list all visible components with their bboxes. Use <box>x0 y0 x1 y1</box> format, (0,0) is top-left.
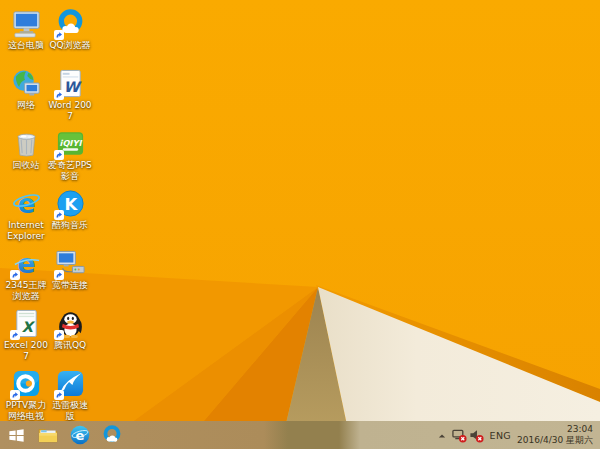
desktop-icon-kugou-music[interactable]: K 酷狗音乐 <box>48 188 92 248</box>
volume-status-icon[interactable] <box>468 421 485 449</box>
desktop-icon-this-pc[interactable]: 这台电脑 <box>4 8 48 68</box>
taskbar-qq-browser-button[interactable] <box>96 421 128 449</box>
desktop-icon-pptv[interactable]: PPTV聚力网络电视 <box>4 368 48 428</box>
clock-time: 23:04 <box>517 424 593 435</box>
file-explorer-icon <box>37 424 59 446</box>
recycle-bin-icon <box>11 128 42 159</box>
desktop-icons: 这台电脑 QQ浏览器 <box>4 8 92 428</box>
desktop-icon-qq-browser[interactable]: QQ浏览器 <box>48 8 92 68</box>
desktop-icon-internet-explorer[interactable]: e Internet Explorer <box>4 188 48 248</box>
desktop-icon-label: 爱奇艺PPS影音 <box>48 160 92 181</box>
network-icon <box>11 68 42 99</box>
desktop-icon-label: 2345王牌浏览器 <box>4 280 48 301</box>
desktop-icon-label: 宽带连接 <box>52 280 88 291</box>
svg-text:K: K <box>64 195 78 214</box>
tray-expand-button[interactable] <box>434 421 451 449</box>
svg-text:e: e <box>17 248 35 279</box>
desktop: 这台电脑 QQ浏览器 <box>0 0 600 449</box>
2345-browser-icon: e <box>11 248 42 279</box>
broadband-connection-icon <box>55 248 86 279</box>
tencent-qq-icon <box>55 308 86 339</box>
taskbar: e <box>0 421 600 449</box>
desktop-icon-label: 回收站 <box>13 160 40 171</box>
internet-explorer-icon: e <box>11 188 42 219</box>
desktop-icon-2345-browser[interactable]: e 2345王牌浏览器 <box>4 248 48 308</box>
taskbar-file-explorer-button[interactable] <box>32 421 64 449</box>
kugou-music-icon: K <box>55 188 86 219</box>
excel-2007-icon: X <box>11 308 42 339</box>
clock[interactable]: 23:04 2016/4/30 星期六 <box>517 424 596 446</box>
desktop-icon-label: Internet Explorer <box>4 220 48 241</box>
desktop-icon-label: 迅雷极速版 <box>48 400 92 421</box>
desktop-icon-label: 酷狗音乐 <box>52 220 88 231</box>
desktop-icon-label: QQ浏览器 <box>49 40 90 51</box>
desktop-icon-xunlei[interactable]: 迅雷极速版 <box>48 368 92 428</box>
desktop-icon-recycle-bin[interactable]: 回收站 <box>4 128 48 188</box>
language-indicator[interactable]: ENG <box>485 430 517 441</box>
word-2007-icon: W <box>55 68 86 99</box>
pptv-icon <box>11 368 42 399</box>
iqiyi-pps-icon: iQIYI <box>55 128 86 159</box>
desktop-icon-label: PPTV聚力网络电视 <box>4 400 48 421</box>
svg-text:iQIYI: iQIYI <box>59 138 82 148</box>
qq-browser-icon <box>101 424 123 446</box>
desktop-icon-label: Word 2007 <box>48 100 92 121</box>
xunlei-icon <box>55 368 86 399</box>
network-status-icon[interactable] <box>451 421 468 449</box>
system-tray: ENG 23:04 2016/4/30 星期六 <box>434 421 600 449</box>
qq-browser-icon <box>55 8 86 39</box>
windows-logo-icon <box>7 426 26 445</box>
internet-explorer-icon: e <box>69 424 91 446</box>
desktop-icon-broadband[interactable]: 宽带连接 <box>48 248 92 308</box>
clock-date: 2016/4/30 星期六 <box>517 435 593 446</box>
desktop-icon-network[interactable]: 网络 <box>4 68 48 128</box>
desktop-icon-tencent-qq[interactable]: 腾讯QQ <box>48 308 92 368</box>
desktop-icon-label: Excel 2007 <box>4 340 48 361</box>
desktop-icon-iqiyi-pps[interactable]: iQIYI 爱奇艺PPS影音 <box>48 128 92 188</box>
svg-text:e: e <box>76 428 85 443</box>
desktop-icon-label: 这台电脑 <box>8 40 44 51</box>
desktop-icon-excel-2007[interactable]: X Excel 2007 <box>4 308 48 368</box>
chevron-up-icon <box>437 426 447 445</box>
start-button[interactable] <box>0 421 32 449</box>
taskbar-internet-explorer-button[interactable]: e <box>64 421 96 449</box>
this-pc-icon <box>11 8 42 39</box>
desktop-icon-label: 网络 <box>17 100 35 111</box>
desktop-icon-label: 腾讯QQ <box>54 340 86 351</box>
desktop-icon-word-2007[interactable]: W Word 2007 <box>48 68 92 128</box>
